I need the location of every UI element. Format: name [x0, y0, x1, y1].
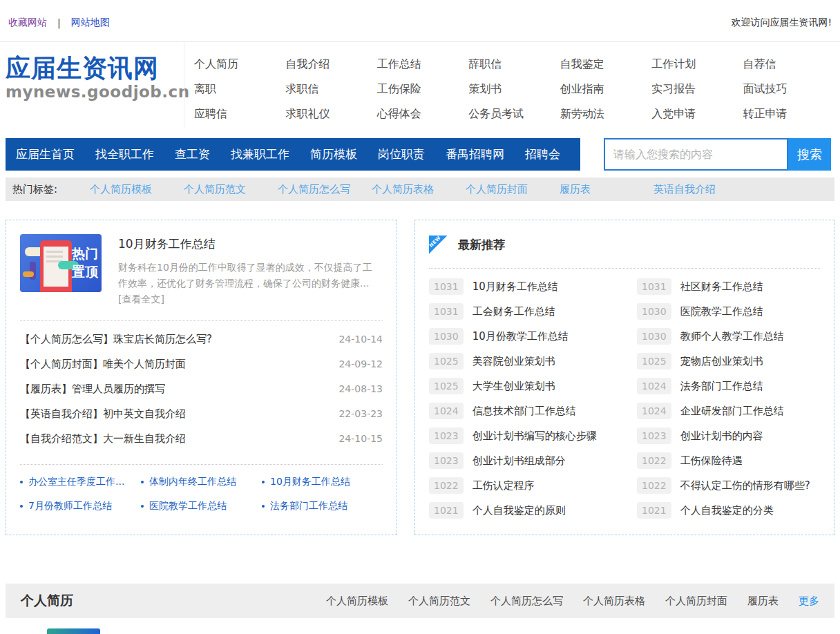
- nav-item-home[interactable]: 应届生首页: [6, 138, 85, 171]
- new-ribbon-icon: NEW: [429, 236, 448, 254]
- article-date: 24-08-13: [338, 383, 383, 394]
- list-item: 1025宠物店创业策划书: [637, 349, 820, 374]
- sitemap-link[interactable]: 网站地图: [71, 17, 110, 29]
- item-count-badge: 1025: [429, 378, 464, 394]
- nav-item-job-duty[interactable]: 岗位职责: [368, 138, 435, 171]
- search-input[interactable]: [604, 138, 788, 171]
- article-row: 【履历表】管理人员履历的撰写 24-08-13: [20, 376, 383, 401]
- resume-tag[interactable]: 个人简历表格: [583, 595, 645, 608]
- item-title[interactable]: 教师个人教学工作总结: [680, 330, 784, 343]
- related-tag[interactable]: 医院教学工作总结: [141, 500, 262, 512]
- menu-item[interactable]: 自我鉴定: [560, 52, 651, 77]
- menu-item[interactable]: 求职信: [285, 77, 376, 102]
- item-title[interactable]: 工会财务工作总结: [472, 305, 555, 318]
- article-title[interactable]: 【个人简历封面】唯美个人简历封面: [20, 358, 186, 371]
- menu-item[interactable]: 辞职信: [468, 52, 560, 77]
- menu-item[interactable]: 实习报告: [651, 77, 743, 102]
- item-title[interactable]: 创业计划书组成部分: [472, 454, 566, 468]
- resume-tag[interactable]: 履历表: [747, 595, 779, 608]
- item-title[interactable]: 社区财务工作总结: [680, 280, 763, 294]
- article-title[interactable]: 【履历表】管理人员履历的撰写: [20, 383, 165, 396]
- item-title[interactable]: 不得认定工伤的情形有哪些?: [680, 479, 810, 492]
- article-title[interactable]: 【自我介绍范文】大一新生自我介绍: [20, 432, 186, 445]
- list-item: 103010月份教学工作总结: [429, 324, 612, 349]
- nav-item-resume-template[interactable]: 简历模板: [300, 138, 368, 171]
- favorite-site-link[interactable]: 收藏网站: [8, 17, 47, 29]
- read-more-link[interactable]: [查看全文]: [118, 291, 375, 307]
- resume-item-thumbnail-image[interactable]: [47, 628, 100, 634]
- resume-tag[interactable]: 个人简历封面: [665, 595, 727, 608]
- nav-item-fulltime[interactable]: 找全职工作: [85, 138, 164, 171]
- item-title[interactable]: 创业计划书的内容: [680, 430, 763, 443]
- header-menu: 个人简历 自我介绍 工作总结 辞职信 自我鉴定 工作计划 自荐信 离职 求职信 …: [184, 42, 834, 128]
- hot-tag[interactable]: 个人简历封面: [466, 183, 560, 196]
- menu-item[interactable]: 策划书: [468, 77, 560, 102]
- hot-tag[interactable]: 履历表: [560, 183, 653, 196]
- item-title[interactable]: 10月份教学工作总结: [472, 330, 569, 343]
- menu-item[interactable]: 创业指南: [560, 77, 651, 102]
- menu-item[interactable]: 离职: [194, 77, 285, 102]
- menu-item[interactable]: 转正申请: [743, 102, 834, 126]
- menu-item[interactable]: 工作计划: [651, 52, 743, 77]
- related-tag[interactable]: 体制内年终工作总结: [141, 476, 262, 488]
- item-title[interactable]: 企业研发部门工作总结: [680, 405, 784, 418]
- menu-item[interactable]: 心得体会: [377, 102, 468, 126]
- resume-tag[interactable]: 个人简历怎么写: [490, 595, 563, 608]
- resume-tag[interactable]: 个人简历范文: [408, 595, 470, 608]
- hot-tag[interactable]: 个人简历范文: [184, 183, 278, 196]
- hot-tag[interactable]: 个人简历模板: [90, 183, 184, 196]
- article-title[interactable]: 【英语自我介绍】初中英文自我介绍: [20, 407, 186, 421]
- menu-item[interactable]: 面试技巧: [743, 77, 834, 102]
- item-title[interactable]: 医院教学工作总结: [680, 305, 763, 318]
- item-title[interactable]: 美容院创业策划书: [472, 355, 555, 368]
- related-tag-label: 法务部门工作总结: [270, 500, 347, 512]
- menu-item[interactable]: 应聘信: [194, 102, 285, 126]
- related-tag[interactable]: 10月财务工作总结: [262, 476, 383, 488]
- item-count-badge: 1021: [637, 502, 671, 519]
- search-button[interactable]: 搜索: [788, 138, 831, 171]
- item-title[interactable]: 创业计划书编写的核心步骤: [472, 430, 597, 443]
- item-title[interactable]: 法务部门工作总结: [680, 380, 763, 393]
- menu-item[interactable]: 入党申请: [651, 102, 743, 126]
- nav-item-salary[interactable]: 查工资: [164, 138, 220, 171]
- item-title[interactable]: 工伤认定程序: [472, 479, 535, 492]
- article-date: 24-10-15: [338, 433, 383, 444]
- item-title[interactable]: 工伤保险待遇: [680, 454, 743, 468]
- site-logo[interactable]: 应届生资讯网 mynews.goodjob.cn: [6, 42, 184, 128]
- menu-item[interactable]: 公务员考试: [468, 102, 560, 126]
- featured-panel: 热门 置顶 10月财务工作总结 财务科在10月份的工作中取得了显著的成效，不仅提…: [6, 220, 397, 535]
- related-tag-label: 体制内年终工作总结: [149, 476, 236, 488]
- nav-item-job-fair[interactable]: 招聘会: [515, 138, 571, 171]
- menu-item[interactable]: 个人简历: [194, 52, 285, 77]
- menu-item[interactable]: 工作总结: [377, 52, 468, 77]
- item-title[interactable]: 10月财务工作总结: [472, 280, 558, 294]
- article-list: 【个人简历怎么写】珠宝店长简历怎么写? 24-10-14 【个人简历封面】唯美个…: [20, 327, 383, 451]
- related-tag[interactable]: 法务部门工作总结: [262, 500, 383, 512]
- featured-thumbnail-image[interactable]: 热门 置顶: [20, 234, 102, 292]
- menu-item[interactable]: 工伤保险: [377, 77, 468, 102]
- nav-item-panyu-jobs[interactable]: 番禺招聘网: [435, 138, 515, 171]
- list-item: 1021个人自我鉴定的分类: [637, 498, 820, 523]
- item-title[interactable]: 宠物店创业策划书: [680, 355, 763, 368]
- resume-tag[interactable]: 个人简历模板: [326, 595, 388, 608]
- menu-item[interactable]: 自荐信: [743, 52, 834, 77]
- featured-title[interactable]: 10月财务工作总结: [118, 236, 375, 252]
- article-date: 22-03-23: [338, 408, 383, 419]
- menu-item[interactable]: 求职礼仪: [285, 102, 376, 126]
- related-tag[interactable]: 办公室主任季度工作...: [20, 476, 141, 488]
- more-link[interactable]: 更多: [799, 595, 819, 608]
- item-title[interactable]: 个人自我鉴定的原则: [472, 504, 566, 517]
- item-title[interactable]: 大学生创业策划书: [472, 380, 555, 393]
- nav-item-parttime[interactable]: 找兼职工作: [220, 138, 300, 171]
- list-item: 1025美容院创业策划书: [429, 349, 612, 374]
- hot-tag[interactable]: 英语自我介绍: [653, 183, 716, 196]
- hot-tag[interactable]: 个人简历怎么写: [278, 183, 372, 196]
- hot-tag[interactable]: 个人简历表格: [372, 183, 466, 196]
- menu-item[interactable]: 自我介绍: [285, 52, 376, 77]
- article-title[interactable]: 【个人简历怎么写】珠宝店长简历怎么写?: [20, 333, 212, 346]
- item-title[interactable]: 个人自我鉴定的分类: [680, 504, 774, 517]
- item-count-badge: 1031: [637, 278, 671, 295]
- item-title[interactable]: 信息技术部门工作总结: [472, 405, 576, 418]
- menu-item[interactable]: 新劳动法: [560, 102, 651, 126]
- related-tag[interactable]: 7月份教师工作总结: [20, 500, 141, 512]
